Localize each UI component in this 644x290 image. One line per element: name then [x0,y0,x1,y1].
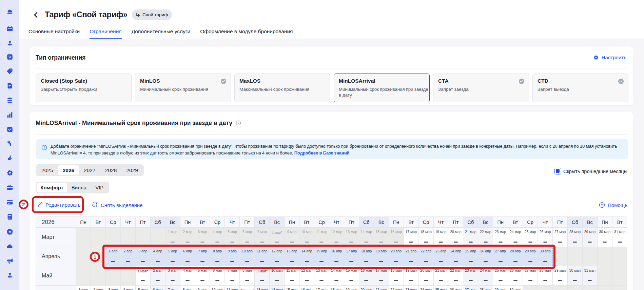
svg-text:?: ? [601,203,603,207]
